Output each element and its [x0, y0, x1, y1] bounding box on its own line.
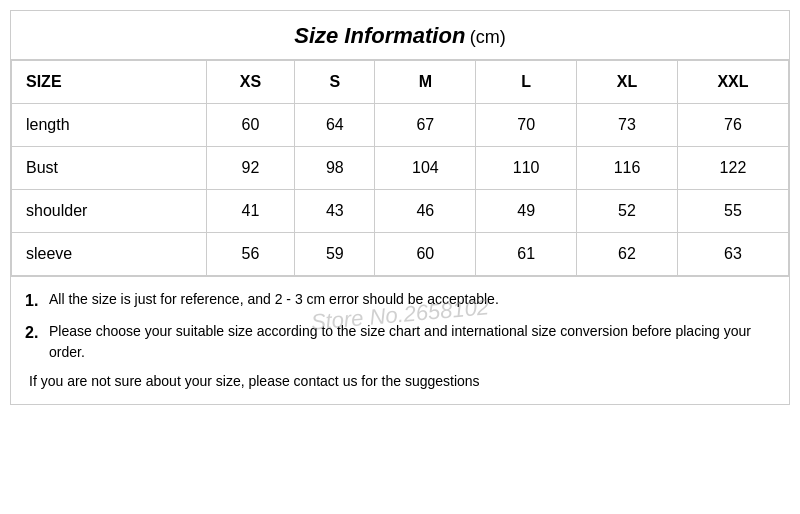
note-num-1: 1. — [25, 289, 43, 313]
col-header-xs: XS — [206, 61, 294, 104]
table-cell: 73 — [577, 104, 678, 147]
row-label-shoulder: shoulder — [12, 190, 207, 233]
title-row: Size Information (cm) — [11, 11, 789, 60]
size-info-container: Size Information (cm) Store No.2658102 S… — [10, 10, 790, 405]
col-header-size: SIZE — [12, 61, 207, 104]
table-row: shoulder414346495255 — [12, 190, 789, 233]
note-item-1: 1.All the size is just for reference, an… — [25, 289, 775, 313]
table-row: length606467707376 — [12, 104, 789, 147]
col-header-xxl: XXL — [677, 61, 788, 104]
table-row: Bust9298104110116122 — [12, 147, 789, 190]
table-cell: 70 — [476, 104, 577, 147]
table-cell: 52 — [577, 190, 678, 233]
size-table: SIZEXSSMLXLXXLlength606467707376Bust9298… — [11, 60, 789, 276]
notes-section: 1.All the size is just for reference, an… — [11, 276, 789, 404]
table-cell: 41 — [206, 190, 294, 233]
table-cell: 56 — [206, 233, 294, 276]
table-row: sleeve565960616263 — [12, 233, 789, 276]
table-cell: 92 — [206, 147, 294, 190]
extra-note: If you are not sure about your size, ple… — [25, 371, 775, 392]
table-cell: 60 — [206, 104, 294, 147]
table-cell: 46 — [375, 190, 476, 233]
col-header-s: S — [295, 61, 375, 104]
table-cell: 43 — [295, 190, 375, 233]
row-label-length: length — [12, 104, 207, 147]
table-cell: 76 — [677, 104, 788, 147]
col-header-l: L — [476, 61, 577, 104]
table-wrapper: Store No.2658102 SIZEXSSMLXLXXLlength606… — [11, 60, 789, 276]
table-cell: 63 — [677, 233, 788, 276]
table-cell: 60 — [375, 233, 476, 276]
table-cell: 110 — [476, 147, 577, 190]
note-text-2: Please choose your suitable size accordi… — [49, 321, 775, 363]
note-item-2: 2.Please choose your suitable size accor… — [25, 321, 775, 363]
table-cell: 59 — [295, 233, 375, 276]
table-cell: 122 — [677, 147, 788, 190]
note-text-1: All the size is just for reference, and … — [49, 289, 499, 310]
title-main: Size Information — [294, 23, 465, 48]
col-header-m: M — [375, 61, 476, 104]
col-header-xl: XL — [577, 61, 678, 104]
title-unit: (cm) — [470, 27, 506, 47]
table-cell: 64 — [295, 104, 375, 147]
row-label-sleeve: sleeve — [12, 233, 207, 276]
table-cell: 98 — [295, 147, 375, 190]
note-num-2: 2. — [25, 321, 43, 345]
table-cell: 62 — [577, 233, 678, 276]
table-cell: 61 — [476, 233, 577, 276]
table-cell: 104 — [375, 147, 476, 190]
table-cell: 116 — [577, 147, 678, 190]
table-cell: 49 — [476, 190, 577, 233]
row-label-bust: Bust — [12, 147, 207, 190]
table-cell: 67 — [375, 104, 476, 147]
table-cell: 55 — [677, 190, 788, 233]
